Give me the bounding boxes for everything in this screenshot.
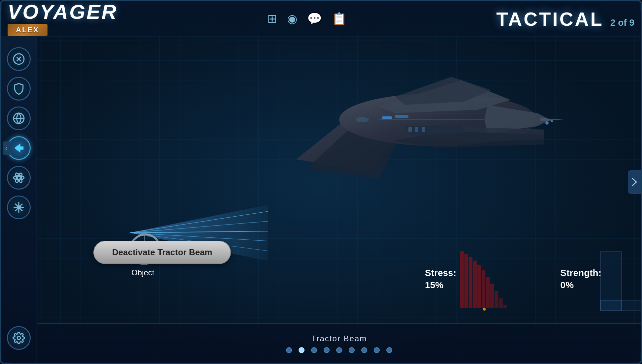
clipboard-icon[interactable]: 📋 — [332, 12, 347, 26]
header-icons: ⊞ ◉ 💬 📋 — [267, 12, 347, 26]
page-dot-4[interactable] — [324, 347, 330, 353]
page-dot-8[interactable] — [374, 347, 380, 353]
stress-value: 15% — [425, 280, 443, 290]
header-right: TACTICAL 2 of 9 — [496, 8, 634, 30]
app-container: VOYAGER ALEX ⊞ ◉ 💬 📋 TACTICAL 2 of 9 — [0, 0, 642, 364]
spaceship-svg — [280, 54, 577, 186]
svg-rect-53 — [477, 265, 481, 308]
chat-icon[interactable]: 💬 — [307, 12, 322, 26]
svg-marker-65 — [600, 300, 621, 311]
sidebar-item-spark[interactable] — [7, 196, 31, 219]
svg-rect-54 — [482, 270, 485, 308]
svg-point-60 — [483, 308, 486, 311]
atoms-icon — [13, 171, 25, 184]
sidebar-item-close[interactable] — [7, 47, 31, 71]
svg-rect-26 — [395, 115, 408, 118]
svg-point-34 — [545, 121, 549, 125]
stress-chart-svg — [458, 251, 511, 311]
svg-rect-59 — [503, 305, 507, 308]
svg-point-33 — [356, 117, 369, 122]
page-dot-5[interactable] — [336, 347, 342, 353]
section-title: TACTICAL — [496, 8, 604, 30]
x-circle-icon — [13, 53, 25, 65]
deactivate-button[interactable]: Deactivate Tractor Beam — [93, 241, 231, 264]
svg-point-6 — [17, 176, 20, 179]
svg-rect-49 — [460, 251, 464, 308]
chevron-right-icon — [631, 177, 638, 187]
svg-rect-25 — [382, 116, 392, 119]
page-dot-6[interactable] — [349, 347, 355, 353]
svg-rect-50 — [465, 254, 468, 308]
next-arrow[interactable] — [628, 170, 641, 194]
svg-rect-52 — [473, 261, 477, 308]
sidebar-item-tactical[interactable]: ‹ — [7, 136, 31, 160]
svg-line-37 — [130, 211, 268, 233]
rss-icon[interactable]: ◉ — [287, 12, 297, 26]
sidebar-item-globe[interactable] — [7, 106, 31, 130]
strength-chart-svg — [597, 251, 642, 311]
svg-rect-51 — [469, 257, 472, 308]
spaceship-container — [280, 54, 577, 186]
page-dot-3[interactable] — [311, 347, 317, 353]
svg-point-15 — [17, 336, 20, 340]
shield-icon — [13, 82, 25, 95]
bottom-bar: Tractor Beam — [37, 323, 641, 363]
sidebar-item-settings[interactable] — [7, 326, 31, 350]
svg-marker-5 — [15, 144, 23, 152]
page-dot-9[interactable] — [386, 347, 392, 353]
header-left: VOYAGER ALEX — [8, 2, 117, 36]
page-dot-7[interactable] — [361, 347, 367, 353]
svg-rect-58 — [499, 298, 502, 308]
svg-rect-30 — [408, 127, 412, 132]
svg-rect-56 — [490, 284, 494, 308]
main-content: Object Stress: 15% — [37, 37, 641, 363]
grid-icon[interactable]: ⊞ — [267, 12, 277, 26]
page-dot-2[interactable] — [299, 347, 305, 353]
page-dots — [286, 347, 392, 353]
user-badge: ALEX — [8, 24, 48, 36]
globe-icon — [13, 112, 25, 125]
svg-rect-32 — [422, 127, 425, 132]
sidebar-chevron[interactable]: ‹ — [3, 141, 10, 155]
app-title: VOYAGER — [8, 2, 117, 22]
svg-rect-31 — [415, 127, 418, 132]
page-dot-1[interactable] — [286, 347, 292, 353]
ship-area: Object Stress: 15% — [37, 37, 641, 323]
object-label: Object — [131, 268, 154, 277]
strength-label: Strength: — [561, 268, 601, 278]
sidebar: ‹ — [1, 37, 37, 363]
spark-icon — [13, 201, 25, 214]
svg-rect-55 — [486, 277, 490, 308]
stress-container: Stress: 15% — [425, 268, 456, 290]
svg-rect-57 — [495, 291, 498, 308]
tactical-icon — [13, 142, 25, 154]
sidebar-item-shield[interactable] — [7, 77, 31, 101]
sidebar-item-atoms[interactable] — [7, 166, 31, 190]
strength-value: 0% — [561, 280, 574, 290]
stress-label: Stress: — [425, 268, 456, 278]
tractor-beam-label: Tractor Beam — [311, 334, 367, 343]
svg-point-35 — [551, 120, 553, 122]
page-counter: 2 of 9 — [610, 17, 634, 28]
gear-icon — [13, 332, 25, 344]
strength-container: Strength: 0% — [561, 268, 601, 290]
header: VOYAGER ALEX ⊞ ◉ 💬 📋 TACTICAL 2 of 9 — [1, 1, 641, 37]
